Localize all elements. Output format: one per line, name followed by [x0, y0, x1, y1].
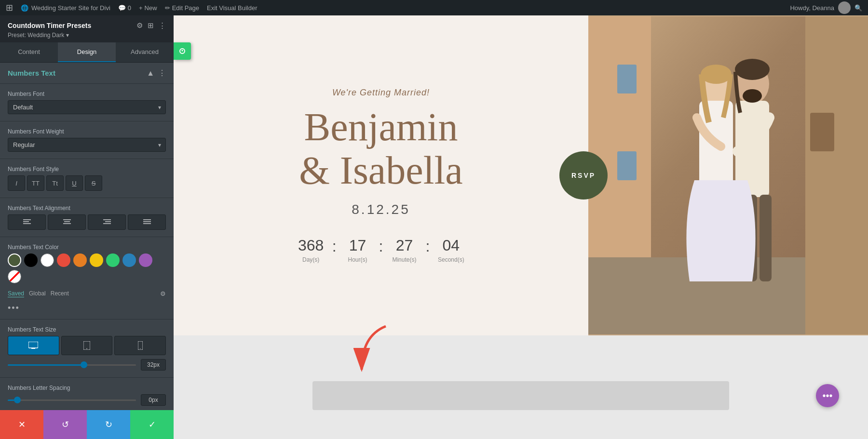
more-icon[interactable]: ⋮: [159, 21, 166, 30]
svg-rect-10: [103, 223, 111, 224]
svg-rect-13: [143, 221, 151, 222]
align-justify-button[interactable]: [128, 214, 166, 230]
conjunction: & Isabella: [299, 148, 462, 192]
comments-link[interactable]: 💬 0: [118, 4, 131, 12]
capitalize-button[interactable]: Tt: [46, 175, 64, 191]
canvas-area: We're Getting Married! Benjamin & Isabel…: [174, 15, 868, 439]
wedding-names: Benjamin & Isabella: [299, 106, 462, 192]
section-more-icon[interactable]: ⋮: [158, 68, 166, 78]
numbers-font-weight-select-wrapper: Regular: [8, 138, 166, 152]
svg-rect-1: [23, 221, 29, 222]
align-left-button[interactable]: [8, 214, 46, 230]
site-name[interactable]: 🌐 Wedding Starter Site for Divi: [21, 4, 110, 12]
color-swatch-orange[interactable]: [73, 253, 87, 267]
italic-button[interactable]: I: [8, 175, 25, 191]
mobile-device-button[interactable]: [114, 336, 166, 355]
color-swatch-yellow[interactable]: [90, 253, 103, 267]
svg-point-32: [735, 59, 770, 80]
countdown-minutes: 27 Minute(s): [385, 237, 423, 263]
numbers-font-select[interactable]: Default: [8, 100, 166, 114]
color-swatch-red[interactable]: [57, 253, 70, 267]
undo-icon: ↺: [62, 419, 69, 430]
new-button[interactable]: + New: [139, 4, 157, 12]
text-size-slider[interactable]: [8, 364, 136, 366]
letter-spacing-slider[interactable]: [8, 399, 136, 401]
numbers-font-weight-label: Numbers Font Weight: [8, 128, 166, 135]
cancel-button[interactable]: ✕: [0, 410, 43, 439]
wp-logo-icon[interactable]: ⊞: [6, 2, 13, 13]
color-swatches: [8, 253, 166, 283]
align-center-button[interactable]: [48, 214, 86, 230]
numbers-font-style-label: Numbers Font Style: [8, 166, 166, 173]
numbers-text-size-control: Numbers Text Size 32px: [0, 321, 174, 375]
uppercase-button[interactable]: TT: [27, 175, 44, 191]
svg-rect-36: [617, 65, 637, 93]
hours-label: Hour(s): [339, 256, 377, 263]
tablet-device-button[interactable]: [61, 336, 113, 355]
color-swatch-transparent[interactable]: [8, 270, 21, 283]
tab-content[interactable]: Content: [0, 42, 58, 62]
wedding-date: 8.12.25: [352, 202, 410, 217]
color-swatch-purple[interactable]: [139, 253, 152, 267]
svg-point-21: [140, 348, 141, 349]
exit-visual-builder-button[interactable]: Exit Visual Builder: [207, 4, 258, 12]
svg-rect-12: [143, 219, 151, 220]
main-layout: Countdown Timer Presets ⚙ ⊞ ⋮ Preset: We…: [0, 15, 868, 439]
align-right-button[interactable]: [88, 214, 126, 230]
redo-button[interactable]: ↻: [87, 410, 130, 439]
preset-dropdown-icon[interactable]: ▾: [66, 32, 69, 39]
color-tabs: Saved Global Recent ⚙: [0, 288, 174, 301]
color-swatch-white[interactable]: [41, 253, 54, 267]
tabs-row: Content Design Advanced: [0, 42, 174, 63]
floating-action-button[interactable]: •••: [816, 384, 839, 407]
section-header-actions: ▲ ⋮: [147, 68, 166, 78]
underline-button[interactable]: U: [66, 175, 83, 191]
color-swatch-blue[interactable]: [122, 253, 136, 267]
wp-admin-bar: ⊞ 🌐 Wedding Starter Site for Divi 💬 0 + …: [0, 0, 868, 15]
separator-3: :: [423, 238, 432, 255]
hours-number: 17: [339, 237, 377, 254]
svg-rect-14: [143, 223, 151, 224]
divi-tab-button[interactable]: [174, 42, 191, 60]
strikethrough-button[interactable]: S: [85, 175, 102, 191]
numbers-text-color-label: Numbers Text Color: [8, 244, 166, 251]
wedding-photo-right: [588, 15, 868, 335]
svg-point-31: [701, 65, 732, 84]
svg-rect-0: [23, 219, 31, 220]
numbers-letter-spacing-control: Numbers Letter Spacing 0px: [0, 380, 174, 410]
color-tab-recent[interactable]: Recent: [51, 290, 69, 297]
rsvp-button[interactable]: RSVP: [559, 151, 608, 200]
color-tab-global[interactable]: Global: [29, 290, 46, 297]
columns-icon[interactable]: ⊞: [148, 21, 154, 30]
alignment-buttons: [8, 214, 166, 230]
desktop-device-button[interactable]: [8, 336, 59, 355]
minutes-label: Minute(s): [385, 256, 423, 263]
color-tab-saved[interactable]: Saved: [8, 290, 24, 297]
collapse-icon[interactable]: ▲: [147, 69, 154, 78]
color-settings-icon[interactable]: ⚙: [160, 290, 166, 297]
cancel-icon: ✕: [18, 419, 26, 430]
color-swatch-green[interactable]: [106, 253, 120, 267]
tab-design[interactable]: Design: [58, 42, 116, 62]
settings-icon[interactable]: ⚙: [136, 21, 143, 30]
lower-content-placeholder: [312, 381, 729, 410]
tab-advanced[interactable]: Advanced: [116, 42, 174, 62]
edit-page-button[interactable]: ✏ Edit Page: [165, 4, 199, 12]
howdy-text: Howdy, Deanna: [790, 4, 834, 12]
seconds-number: 04: [432, 237, 470, 254]
more-colors-dots[interactable]: •••: [8, 303, 20, 313]
letter-spacing-slider-row: 0px: [8, 394, 166, 406]
svg-rect-17: [31, 348, 35, 349]
color-swatch-active[interactable]: [8, 253, 21, 267]
undo-button[interactable]: ↺: [43, 410, 87, 439]
site-icon: 🌐: [21, 4, 28, 12]
svg-rect-9: [105, 221, 111, 222]
save-button[interactable]: ✓: [130, 410, 174, 439]
search-icon[interactable]: 🔍: [854, 4, 862, 12]
numbers-font-weight-select[interactable]: Regular: [8, 138, 166, 152]
countdown-seconds: 04 Second(s): [432, 237, 470, 263]
color-swatch-black[interactable]: [24, 253, 38, 267]
svg-point-19: [86, 348, 87, 349]
svg-rect-2: [23, 223, 31, 224]
bottom-action-bar: ✕ ↺ ↻ ✓: [0, 410, 174, 439]
